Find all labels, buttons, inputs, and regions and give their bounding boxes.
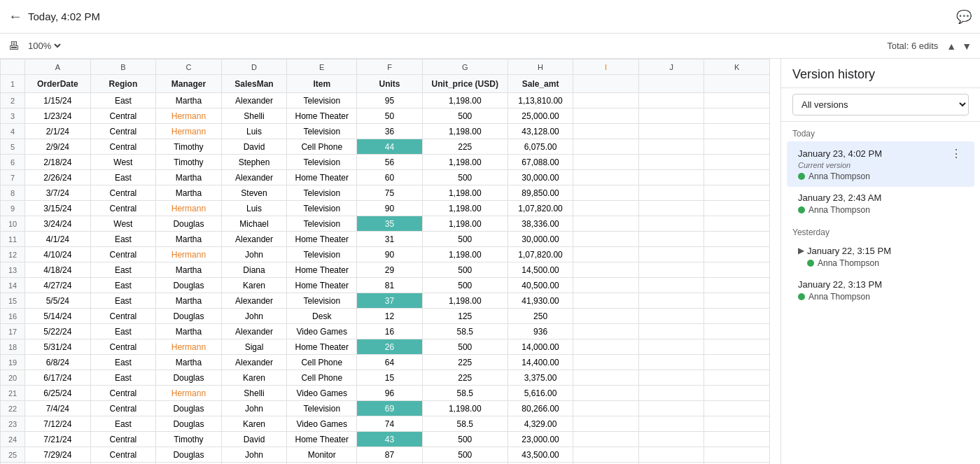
- table-cell: 12: [357, 309, 423, 324]
- table-cell: Central: [90, 108, 156, 124]
- empty-cell: [573, 416, 639, 432]
- table-cell: Television: [287, 401, 357, 416]
- table-cell: Desk: [287, 309, 357, 324]
- row-number-cell: 10: [1, 216, 25, 232]
- row-number-cell: 24: [1, 432, 25, 447]
- table-row: 42/1/24CentralHermannLuisTelevision361,1…: [1, 124, 770, 139]
- version-expand-button[interactable]: ▶: [798, 246, 804, 255]
- table-cell: Douglas: [156, 309, 222, 324]
- spreadsheet-table: A B C D E F G H I J K 1 OrderDate Region: [0, 59, 770, 464]
- version-item[interactable]: January 23, 2:43 AMAnna Thompson: [787, 187, 974, 220]
- row-number-cell: 11: [1, 232, 25, 247]
- table-cell: West: [90, 155, 156, 170]
- table-cell: 14,500.00: [507, 262, 573, 278]
- table-row: 257/29/24CentralDouglasJohnMonitor875004…: [1, 447, 770, 463]
- row-number-cell: 2: [1, 93, 25, 108]
- version-item-content: January 23, 2:43 AMAnna Thompson: [798, 192, 963, 215]
- table-cell: 4/1/24: [25, 232, 91, 247]
- table-cell: 38,336.00: [507, 216, 573, 232]
- print-icon[interactable]: 🖶: [8, 40, 20, 52]
- empty-cell: [573, 201, 639, 216]
- empty-cell: [704, 416, 770, 432]
- table-cell: Douglas: [156, 370, 222, 386]
- nav-up-button[interactable]: ▲: [946, 41, 956, 52]
- table-cell: David: [221, 139, 287, 155]
- table-cell: Shelli: [221, 386, 287, 401]
- table-row: 206/17/24EastDouglasKarenCell Phone15225…: [1, 370, 770, 386]
- empty-cell: [638, 355, 704, 370]
- version-item[interactable]: ▶January 22, 3:15 PMAnna Thompson: [787, 240, 974, 274]
- table-cell: Timothy: [156, 155, 222, 170]
- table-cell: 25,000.00: [507, 108, 573, 124]
- col-header-d: D: [221, 59, 287, 75]
- version-date: January 23, 2:43 AM: [798, 192, 881, 203]
- nav-down-button[interactable]: ▼: [962, 41, 972, 52]
- empty-cell: [573, 447, 639, 463]
- table-cell: 500: [422, 232, 507, 247]
- col-header-c: C: [156, 59, 222, 75]
- version-more-options-button[interactable]: ⋮: [949, 147, 963, 160]
- version-tag: Current version: [798, 161, 963, 169]
- empty-cell: [638, 93, 704, 108]
- empty-cell: [638, 232, 704, 247]
- back-button[interactable]: ←: [8, 8, 22, 24]
- empty-cell: [638, 309, 704, 324]
- author-dot: [798, 293, 805, 300]
- table-cell: East: [90, 278, 156, 293]
- table-cell: Timothy: [156, 139, 222, 155]
- table-cell: 4/18/24: [25, 262, 91, 278]
- table-row: 83/7/24CentralMarthaStevenTelevision751,…: [1, 185, 770, 201]
- version-item[interactable]: January 22, 3:13 PMAnna Thompson: [787, 274, 974, 307]
- header-salesman: SalesMan: [221, 75, 287, 93]
- table-cell: 1,07,820.00: [507, 201, 573, 216]
- table-cell: Stephen: [221, 155, 287, 170]
- table-cell: Central: [90, 339, 156, 355]
- table-cell: Douglas: [156, 401, 222, 416]
- table-cell: 500: [422, 339, 507, 355]
- table-cell: 6/17/24: [25, 370, 91, 386]
- table-cell: 7/29/24: [25, 447, 91, 463]
- table-cell: 1,198.00: [422, 216, 507, 232]
- table-cell: 2/26/24: [25, 170, 91, 185]
- version-item[interactable]: January 23, 4:02 PM⋮Current versionAnna …: [787, 141, 974, 187]
- version-item-header: January 23, 2:43 AM: [798, 192, 963, 203]
- row-num-1: 1: [1, 75, 25, 93]
- col-header-b: B: [90, 59, 156, 75]
- col-header-j: J: [638, 59, 704, 75]
- table-cell: Home Theater: [287, 108, 357, 124]
- table-cell: 96: [357, 386, 423, 401]
- table-cell: Central: [90, 401, 156, 416]
- empty-cell: [638, 401, 704, 416]
- table-cell: 89,850.00: [507, 185, 573, 201]
- table-cell: 95: [357, 93, 423, 108]
- version-filter-select[interactable]: All versions: [792, 94, 969, 115]
- table-cell: 500: [422, 170, 507, 185]
- table-cell: 2/18/24: [25, 155, 91, 170]
- table-cell: 15: [357, 370, 423, 386]
- table-cell: Alexander: [221, 293, 287, 309]
- table-cell: Home Theater: [287, 432, 357, 447]
- zoom-select[interactable]: 100% 75% 125%: [25, 40, 63, 52]
- author-name: Anna Thompson: [808, 205, 870, 215]
- empty-cell: [638, 262, 704, 278]
- table-cell: Alexander: [221, 324, 287, 339]
- table-cell: East: [90, 170, 156, 185]
- table-cell: 5,616.00: [507, 386, 573, 401]
- version-author: Anna Thompson: [798, 292, 963, 302]
- table-cell: East: [90, 293, 156, 309]
- table-cell: 1,198.00: [422, 401, 507, 416]
- top-bar: ← Today, 4:02 PM 💬: [0, 0, 980, 34]
- table-cell: Cell Phone: [287, 370, 357, 386]
- spreadsheet-area[interactable]: A B C D E F G H I J K 1 OrderDate Region: [0, 59, 780, 464]
- table-cell: Hermann: [156, 108, 222, 124]
- comment-icon[interactable]: 💬: [956, 9, 972, 24]
- table-cell: Karen: [221, 278, 287, 293]
- empty-cell: [573, 108, 639, 124]
- table-cell: 5/22/24: [25, 324, 91, 339]
- table-cell: East: [90, 232, 156, 247]
- table-cell: Martha: [156, 185, 222, 201]
- row-number-cell: 4: [1, 124, 25, 139]
- table-cell: Central: [90, 139, 156, 155]
- top-bar-right: 💬: [956, 9, 972, 24]
- corner-cell: [1, 59, 25, 75]
